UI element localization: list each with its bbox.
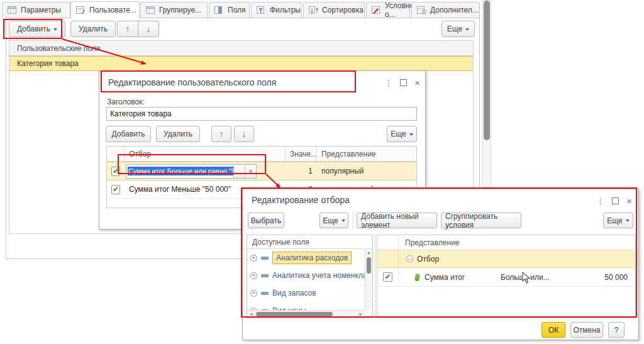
choose-button[interactable]: … (233, 165, 245, 178)
presentation-column-header[interactable]: Представление (317, 147, 416, 161)
grid-selected-row[interactable]: Категория товара (9, 56, 473, 71)
move-down-button[interactable]: ↓ (138, 21, 159, 37)
tab-additional[interactable]: Дополнител... (411, 2, 480, 18)
tree-vertical-scrollbar[interactable]: ▲ (365, 249, 372, 310)
maximize-icon[interactable] (612, 197, 619, 204)
toolbar-separator (353, 213, 353, 228)
tab-fields[interactable]: Поля (209, 2, 250, 18)
tree-hscrollbar-thumb[interactable] (256, 312, 333, 316)
expand-icon[interactable]: + (250, 255, 257, 262)
condition-kind-label: Больше или... (501, 273, 550, 282)
field-icon (261, 257, 269, 260)
dialog-move-up-button[interactable]: ↑ (211, 126, 231, 142)
marker-cell: ✔ (377, 268, 399, 286)
checkbox-column-header[interactable] (107, 147, 125, 161)
panel-splitter[interactable] (375, 235, 375, 318)
filter-cell-editor[interactable]: Сумма итог Больше или равно "50 000" … × (126, 164, 257, 179)
column-label: Представление (321, 150, 376, 158)
ok-button[interactable]: ОК (541, 322, 565, 338)
marker-cell (377, 250, 399, 267)
value-cell: 1 (308, 167, 313, 175)
parameters-tab-icon (8, 6, 17, 14)
cancel-button[interactable]: Отмена (570, 322, 603, 338)
scroll-left-icon[interactable]: ◄ (247, 312, 253, 316)
left-more-button[interactable]: Еще (319, 213, 348, 228)
plus-glyph: + (252, 255, 255, 261)
tree-item-label: Аналитика расходов (272, 252, 352, 264)
value-column-header[interactable]: Значе... (286, 147, 317, 161)
filter-group-row[interactable]: − Отбор (377, 250, 635, 268)
scroll-right-icon[interactable]: ► (358, 312, 363, 316)
dialog-add-button[interactable]: Добавить (106, 126, 151, 142)
main-scrollbar-thumb[interactable] (484, 1, 490, 140)
tree-item-label: Вид запасов (272, 289, 316, 297)
cancel-button-label: Отмена (573, 326, 600, 335)
dialog-delete-label: Удалить (164, 130, 192, 138)
tree-scrollbar-thumb[interactable] (367, 257, 371, 274)
sorting-tab-icon (309, 6, 318, 14)
group-conditions-button[interactable]: Сгруппировать условия (441, 213, 521, 228)
filters-tab-icon (257, 6, 266, 14)
check-icon: ✔ (113, 186, 119, 193)
add-new-element-button[interactable]: Добавить новый элемент (357, 213, 437, 228)
tree-item-stock-type[interactable]: + Вид запасов (247, 284, 365, 302)
group-row-label: Отбор (417, 255, 439, 264)
delete-button[interactable]: Удалить (70, 21, 116, 37)
select-button[interactable]: Выбрать (248, 213, 284, 228)
add-button[interactable]: Добавить (9, 21, 65, 37)
conditional-formatting-tab-icon (372, 6, 381, 14)
main-vertical-scrollbar[interactable] (482, 0, 491, 187)
check-icon: ✔ (113, 167, 119, 175)
tab-label: Группируе... (159, 6, 201, 14)
presentation-header[interactable]: Представление (377, 235, 635, 250)
tree-item-analytics-expenses[interactable]: + Аналитика расходов (247, 249, 365, 267)
maximize-icon[interactable] (400, 79, 407, 86)
condition-checkbox[interactable]: ✔ (383, 272, 392, 282)
dialog-more-button[interactable]: Еще (387, 126, 417, 142)
tab-sorting[interactable]: Сортировка (303, 2, 365, 18)
dialog-menu-icon[interactable]: ⋮ (384, 79, 392, 87)
grid-column-header[interactable]: Пользовательские поля (9, 41, 473, 56)
user-fields-tab-icon (76, 6, 86, 14)
dialog-move-down-button[interactable]: ↓ (234, 126, 254, 142)
dropdown-caret-icon (409, 133, 413, 136)
move-up-button[interactable]: ↑ (117, 21, 138, 37)
scroll-up-icon[interactable]: ▲ (365, 249, 372, 255)
tab-filters[interactable]: Фильтры (251, 2, 302, 18)
condition-field-label: Сумма итог (425, 273, 465, 282)
clear-button[interactable]: × (245, 165, 256, 178)
filter-condition-row[interactable]: ✔ Сумма итог Больше или... 50 000 (377, 268, 635, 287)
tab-grouping[interactable]: Группируе... (140, 2, 208, 18)
dialog-delete-button[interactable]: Удалить (156, 126, 200, 142)
tree-item-analytics-nomenclature[interactable]: + Аналитика учета номенклат (247, 267, 365, 284)
right-more-button[interactable]: Еще (603, 213, 633, 228)
dialog-menu-icon[interactable]: ⋮ (596, 197, 604, 205)
tree-horizontal-scrollbar[interactable]: ◄ ► (247, 310, 365, 318)
filter-dialog: Редактирование отбора ⋮ × Выбрать Еще До… (242, 189, 639, 340)
main-more-button[interactable]: Еще (441, 21, 475, 37)
help-button[interactable]: ? (608, 322, 625, 338)
expand-icon[interactable]: + (250, 272, 257, 279)
choose-icon: … (236, 168, 243, 175)
close-icon[interactable]: × (626, 196, 632, 206)
available-fields-header[interactable]: Доступные поля (247, 235, 372, 249)
row-checkbox[interactable]: ✔ (111, 185, 120, 194)
tree-item-price-type[interactable]: + Вид цены (247, 302, 365, 310)
collapse-icon[interactable]: − (406, 255, 413, 262)
header-input[interactable] (106, 107, 417, 121)
tab-parameters[interactable]: Параметры (2, 2, 70, 18)
row-checkbox[interactable]: ✔ (111, 167, 120, 176)
close-icon[interactable]: × (414, 78, 420, 87)
filter-dialog-title: Редактирование отбора (252, 195, 350, 205)
tab-user-fields[interactable]: Пользовате... (70, 1, 140, 18)
additional-tab-icon (417, 6, 426, 14)
filter-column-header[interactable]: Отбор (125, 147, 286, 161)
tab-conditional-formatting[interactable]: Условное о... (366, 2, 410, 18)
condition-row-1[interactable]: ✔ Сумма итог Больше или равно "50 000" …… (107, 162, 416, 180)
filter-cell: Сумма итог Меньше "50 000" (129, 185, 231, 194)
expand-icon[interactable]: + (250, 290, 257, 297)
tab-label: Сортировка (322, 6, 364, 14)
grid-header-label: Пользовательские поля (17, 44, 100, 53)
plus-glyph: + (252, 273, 255, 279)
check-icon: ✔ (384, 273, 391, 280)
